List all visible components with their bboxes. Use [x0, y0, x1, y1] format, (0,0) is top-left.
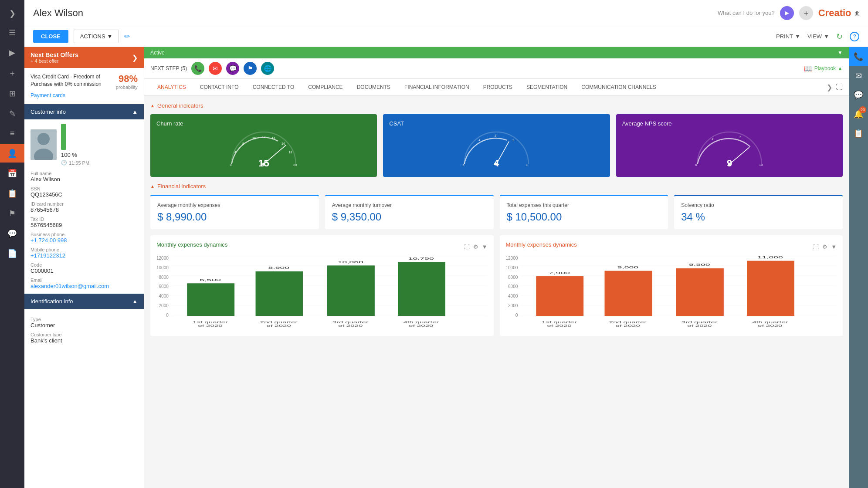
left-navigation: ❯ ☰ ▶ ＋ ⊞ ✎ ≡ 👤 📅 📋 ⚑ 💬 📄 [0, 0, 24, 488]
customer-info-collapse-icon: ▲ [132, 108, 138, 115]
green-chart-expand-icon[interactable]: ⛶ [464, 244, 470, 250]
nav-grid-icon[interactable]: ⊞ [0, 85, 24, 103]
nav-person-icon[interactable]: 👤 [0, 144, 24, 163]
tab-documents[interactable]: DOCUMENTS [350, 79, 397, 96]
green-chart-icons: ⛶ ⚙ ▼ [464, 244, 488, 250]
nav-chat-icon[interactable]: 💬 [0, 224, 24, 243]
tab-connected-to[interactable]: CONNECTED TO [246, 79, 302, 96]
print-button[interactable]: PRINT ▼ [776, 32, 800, 41]
actions-button[interactable]: ACTIONS ▼ [74, 30, 119, 43]
right-chat-button[interactable]: 💬 [849, 85, 868, 105]
progress-bar-fill [61, 124, 66, 150]
active-bar[interactable]: Active ▼ [144, 47, 849, 58]
ssn-label: SSN [31, 186, 138, 191]
tab-communication-channels[interactable]: COMMUNICATION CHANNELS [574, 79, 663, 96]
nav-doc-icon[interactable]: 📄 [0, 244, 24, 263]
solvency-ratio-card: Solvency ratio 34 % [674, 195, 843, 229]
orange-chart-area: 7,900 1st quarter of 2020 9,000 2nd quar… [520, 256, 837, 330]
playbook-button[interactable]: 📖 Playbook ▲ [804, 64, 843, 73]
play-button[interactable]: ▶ [780, 6, 794, 20]
ssn-value: QQ123456C [31, 191, 138, 198]
tab-compliance[interactable]: COMPLIANCE [301, 79, 349, 96]
nbo-header[interactable]: Next Best Offers + 4 best offer ❯ [24, 47, 144, 68]
svg-text:10: 10 [252, 136, 256, 140]
nav-play-icon[interactable]: ▶ [0, 44, 24, 62]
orange-chart-more-icon[interactable]: ▼ [831, 244, 837, 250]
svg-text:8: 8 [242, 142, 244, 146]
nbo-title: Next Best Offers [31, 51, 78, 58]
step-web-icon[interactable]: 🌐 [261, 62, 274, 75]
email-value[interactable]: alexander01wilson@gmail.com [31, 283, 138, 289]
green-chart-more-icon[interactable]: ▼ [482, 244, 488, 250]
nav-menu-icon[interactable]: ☰ [0, 24, 24, 42]
close-button[interactable]: CLOSE [33, 30, 68, 43]
mobile-phone-value[interactable]: +1719122312 [31, 252, 138, 259]
avg-monthly-expenses-value: $ 8,990.00 [157, 211, 312, 223]
svg-text:of 2020: of 2020 [198, 324, 222, 328]
time-label: 🕐 11:55 PM, [61, 160, 91, 166]
view-button[interactable]: VIEW ▼ [807, 32, 829, 41]
tab-analytics[interactable]: ANALYTICS [150, 79, 193, 96]
tab-segmentation[interactable]: SEGMENTATION [519, 79, 574, 96]
green-chart-area: 6,500 1st quarter of 2020 8,900 2nd quar… [171, 256, 488, 330]
customer-info-header[interactable]: Customer info ▲ [24, 104, 144, 119]
right-tasks-button[interactable]: 📋 [849, 124, 868, 143]
orange-chart-expand-icon[interactable]: ⛶ [813, 244, 819, 250]
svg-text:4: 4 [234, 150, 236, 154]
right-phone-button[interactable]: 📞 [849, 47, 868, 66]
step-phone-icon[interactable]: 📞 [191, 62, 204, 75]
nav-calendar-icon[interactable]: 📅 [0, 164, 24, 183]
refresh-icon[interactable]: ↻ [836, 32, 843, 41]
nbo-info: Next Best Offers + 4 best offer [31, 51, 78, 64]
tabs-bar: ANALYTICS CONTACT INFO CONNECTED TO COMP… [144, 79, 849, 96]
right-content: Active ▼ NEXT STEP (5) 📞 ✉ 💬 ⚑ 🌐 📖 Playb… [144, 47, 849, 488]
green-chart-settings-icon[interactable]: ⚙ [473, 244, 478, 250]
svg-text:1st quarter: 1st quarter [193, 321, 228, 324]
svg-rect-68 [676, 268, 724, 316]
churn-rate-title: Churn rate [156, 120, 371, 127]
business-phone-value[interactable]: +1 724 00 998 [31, 237, 138, 244]
avg-monthly-expenses-label: Average monthly expenses [157, 202, 312, 208]
help-icon[interactable]: ? [850, 32, 859, 41]
add-button[interactable]: ＋ [799, 6, 813, 20]
svg-line-27 [729, 147, 749, 164]
tax-id-value: 5676545689 [31, 222, 138, 228]
avg-monthly-turnover-label: Average monthly turnover [332, 202, 487, 208]
identification-info-header[interactable]: Identification info ▲ [24, 294, 144, 309]
nav-expand-arrow[interactable]: ❯ [6, 5, 19, 22]
step-email-icon[interactable]: ✉ [209, 62, 222, 75]
svg-text:9,500: 9,500 [689, 263, 710, 267]
nav-list-icon[interactable]: ≡ [0, 125, 24, 142]
customer-info-content: 100 % 🕐 11:55 PM, Full name Alex Wilson … [24, 119, 144, 294]
nbo-subtitle: + 4 best offer [31, 58, 78, 64]
edit-icon[interactable]: ✏ [124, 32, 130, 41]
nav-flag-icon[interactable]: ⚑ [0, 204, 24, 223]
body-area: Next Best Offers + 4 best offer ❯ Visa C… [24, 47, 868, 488]
svg-text:12: 12 [262, 135, 265, 139]
tabs-more-icon[interactable]: ❯ [827, 83, 832, 92]
step-flag-icon[interactable]: ⚑ [244, 62, 257, 75]
right-bell-button[interactable]: 🔔 20 [849, 105, 868, 124]
svg-text:8,900: 8,900 [268, 266, 289, 270]
type-label: Type [31, 317, 138, 322]
right-email-button[interactable]: ✉ [849, 66, 868, 85]
nbo-prob-label: probability [116, 85, 138, 90]
tab-contact-info[interactable]: CONTACT INFO [193, 79, 246, 96]
nav-add-icon[interactable]: ＋ [0, 64, 24, 83]
svg-text:5: 5 [463, 163, 465, 167]
tabs-fullscreen-icon[interactable]: ⛶ [836, 83, 843, 92]
orange-chart-settings-icon[interactable]: ⚙ [822, 244, 827, 250]
playbook-chevron-icon: ▲ [837, 65, 843, 71]
tabs-expand[interactable]: ❯ ⛶ [827, 83, 843, 92]
tab-products[interactable]: PRODUCTS [476, 79, 519, 96]
progress-column: 100 % 🕐 11:55 PM, [61, 124, 91, 166]
nbo-content: Visa Credit Card - Freedom of Purchase w… [24, 68, 144, 104]
customer-info-title: Customer info [31, 108, 66, 115]
tab-financial-information[interactable]: FINANCIAL INFORMATION [397, 79, 476, 96]
nav-edit-icon[interactable]: ✎ [0, 105, 24, 123]
nbo-row: Visa Credit Card - Freedom of Purchase w… [31, 73, 138, 90]
nav-task-icon[interactable]: 📋 [0, 184, 24, 203]
step-message-icon[interactable]: 💬 [226, 62, 239, 75]
svg-text:16: 16 [281, 142, 285, 146]
payment-link[interactable]: Payment cards [31, 92, 138, 98]
